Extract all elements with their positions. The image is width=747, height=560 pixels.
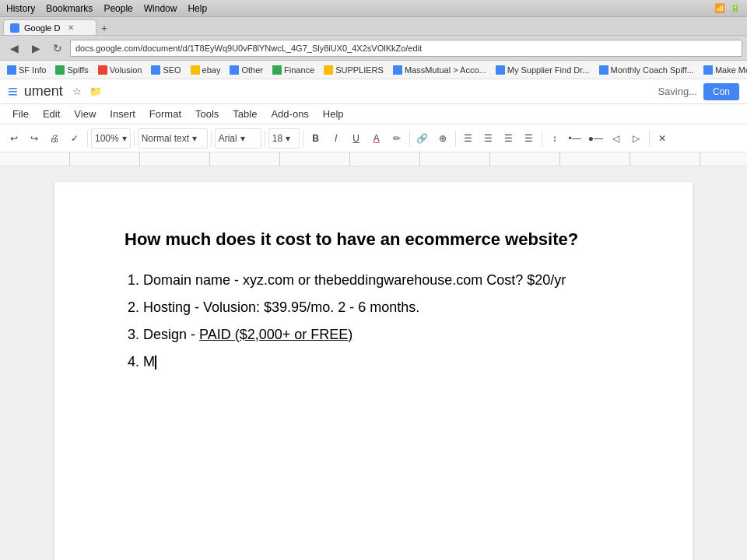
redo-button[interactable]: ↪	[25, 128, 44, 149]
docs-logo-icon: ≡	[8, 82, 18, 102]
star-doc-button[interactable]: ☆	[69, 84, 85, 100]
bookmark-icon	[230, 65, 239, 75]
list-item-2-text: Hosting - Volusion: $39.95/mo. 2 - 6 mon…	[143, 299, 419, 315]
bookmark-icon	[324, 65, 333, 75]
menu-format[interactable]: Format	[143, 107, 188, 121]
new-tab-button[interactable]: +	[96, 21, 112, 35]
os-status-icon: 📶	[714, 3, 725, 13]
os-menu-window[interactable]: Window	[144, 3, 177, 14]
bookmark-suppliers[interactable]: SUPPLIERS	[320, 64, 388, 76]
style-value: Normal text	[142, 133, 189, 144]
bullet-list-button[interactable]: ●—	[586, 128, 605, 149]
menu-insert[interactable]: Insert	[103, 107, 142, 121]
bookmark-seo[interactable]: SEO	[147, 64, 184, 76]
folder-button[interactable]: 📁	[88, 84, 103, 100]
line-spacing-button[interactable]: ↕	[545, 128, 564, 149]
menu-edit[interactable]: Edit	[37, 107, 66, 121]
list-item-3-prefix: Design -	[143, 327, 199, 342]
bookmark-label: Other	[241, 65, 263, 75]
doc-list: Domain name - xyz.com or thebeddingwareh…	[124, 270, 622, 373]
text-cursor	[155, 355, 156, 369]
align-justify-button[interactable]: ☰	[520, 128, 538, 149]
bookmark-icon	[151, 65, 160, 75]
divider-2	[134, 131, 135, 146]
clear-format-button[interactable]: ✕	[653, 128, 672, 149]
insert-image-button[interactable]: ⊕	[433, 128, 452, 149]
docs-title[interactable]: ument	[24, 83, 63, 100]
bookmark-icon	[703, 65, 713, 75]
bookmark-label: Make Money Selling...	[715, 65, 747, 75]
print-button[interactable]: 🖨	[45, 128, 64, 149]
bookmark-label: SF Info	[19, 65, 46, 75]
bookmark-label: Finance	[284, 65, 314, 75]
underline-button[interactable]: U	[347, 128, 366, 149]
bookmark-spiffs[interactable]: Spiffs	[51, 64, 92, 76]
bookmark-other[interactable]: Other	[226, 64, 267, 76]
doc-heading: How much does it cost to have an ecommer…	[124, 229, 622, 251]
os-menu-history[interactable]: History	[6, 3, 35, 14]
list-item-4-text: M	[143, 354, 155, 369]
font-value: Arial	[219, 133, 237, 144]
bookmark-massmutual[interactable]: MassMutual > Acco...	[389, 64, 490, 76]
bookmark-label: MassMutual > Acco...	[405, 65, 486, 75]
list-item-3-underline: PAID ($2,000+ or FREE)	[199, 327, 352, 342]
text-color-button[interactable]: A	[367, 128, 386, 149]
os-battery-icon: 🔋	[730, 3, 741, 13]
style-select[interactable]: Normal text ▾	[138, 128, 208, 149]
zoom-select[interactable]: 100% ▾	[91, 128, 131, 149]
docs-page[interactable]: How much does it cost to have an ecommer…	[54, 182, 693, 560]
menu-view[interactable]: View	[68, 107, 102, 121]
bookmark-label: Spiffs	[67, 65, 88, 75]
menu-help[interactable]: Help	[317, 107, 350, 121]
list-item-2: Hosting - Volusion: $39.95/mo. 2 - 6 mon…	[143, 297, 622, 318]
browser-addressbar: ◀ ▶ ↻	[0, 36, 747, 61]
bookmark-ebay[interactable]: ebay	[187, 64, 225, 76]
fontsize-dropdown-icon: ▾	[286, 133, 290, 144]
spellcheck-button[interactable]: ✓	[65, 128, 84, 149]
undo-button[interactable]: ↩	[5, 128, 23, 149]
os-menu-help[interactable]: Help	[188, 3, 207, 14]
italic-button[interactable]: I	[327, 128, 345, 149]
align-center-button[interactable]: ☰	[479, 128, 498, 149]
align-right-button[interactable]: ☰	[500, 128, 518, 149]
indent-less-button[interactable]: ◁	[607, 128, 626, 149]
bookmark-supplier-find[interactable]: My Supplier Find Dr...	[492, 64, 594, 76]
bookmark-finance[interactable]: Finance	[268, 64, 318, 76]
tab-title: Google D	[24, 23, 60, 33]
fontsize-value: 18	[272, 133, 282, 144]
highlight-button[interactable]: ✏	[388, 128, 406, 149]
align-left-button[interactable]: ☰	[459, 128, 478, 149]
bookmark-label: SUPPLIERS	[335, 65, 384, 75]
menu-tools[interactable]: Tools	[189, 107, 225, 121]
connect-button[interactable]: Con	[703, 83, 739, 100]
menu-table[interactable]: Table	[226, 107, 263, 121]
forward-button[interactable]: ▶	[26, 40, 45, 57]
bookmark-make-money[interactable]: Make Money Selling...	[700, 64, 747, 76]
bookmark-sf-info[interactable]: SF Info	[3, 64, 50, 76]
style-dropdown-icon: ▾	[192, 133, 197, 144]
menu-addons[interactable]: Add-ons	[265, 107, 314, 121]
link-button[interactable]: 🔗	[413, 128, 432, 149]
browser-tab-active[interactable]: Google D ✕	[3, 19, 96, 35]
bookmark-label: Monthly Coach Spiff...	[611, 65, 694, 75]
bookmark-icon	[98, 65, 107, 75]
os-menu-people[interactable]: People	[103, 3, 132, 14]
bold-button[interactable]: B	[307, 128, 325, 149]
docs-title-actions: ☆ 📁	[69, 84, 103, 100]
back-button[interactable]: ◀	[5, 40, 23, 57]
os-menu-bookmarks[interactable]: Bookmarks	[46, 3, 93, 14]
os-menu-items: History Bookmarks People Window Help	[6, 3, 207, 14]
bookmark-monthly-coach[interactable]: Monthly Coach Spiff...	[595, 64, 698, 76]
bookmark-volusion[interactable]: Volusion	[94, 64, 146, 76]
menu-file[interactable]: File	[6, 107, 35, 121]
font-select[interactable]: Arial ▾	[215, 128, 261, 149]
address-bar[interactable]	[70, 40, 742, 57]
divider-3	[211, 131, 212, 146]
numbered-list-button[interactable]: •—	[566, 128, 584, 149]
divider-8	[542, 131, 542, 146]
tab-close-btn[interactable]: ✕	[68, 23, 74, 32]
fontsize-select[interactable]: 18 ▾	[268, 128, 300, 149]
docs-document-area[interactable]: How much does it cost to have an ecommer…	[0, 166, 747, 560]
indent-more-button[interactable]: ▷	[627, 128, 646, 149]
reload-button[interactable]: ↻	[48, 40, 67, 57]
